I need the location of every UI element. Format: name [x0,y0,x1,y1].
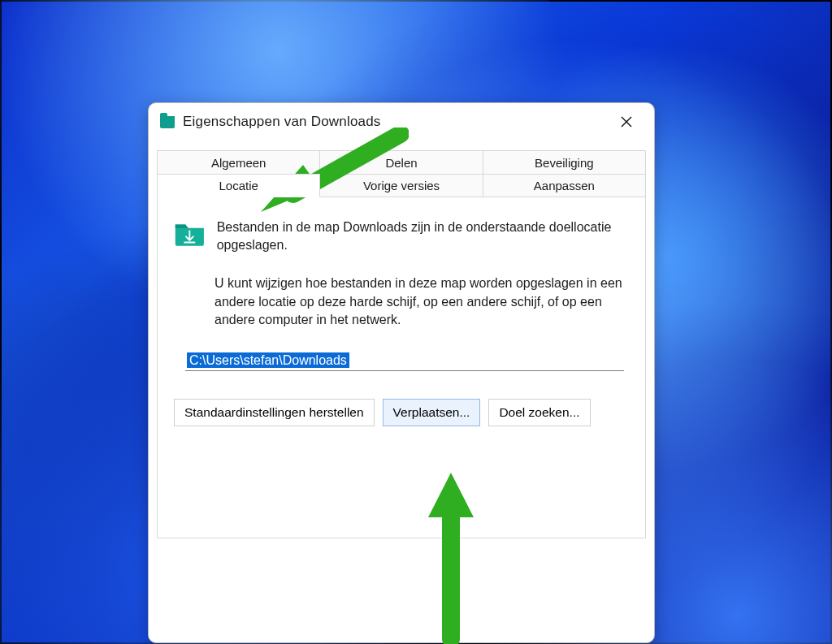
window-title: Eigenschappen van Downloads [183,114,381,130]
path-value: C:\Users\stefan\Downloads [187,352,349,368]
tab-aanpassen[interactable]: Aanpassen [483,174,646,197]
downloads-folder-icon [174,218,206,248]
folder-icon [160,116,175,128]
tab-delen[interactable]: Delen [320,150,483,174]
tab-algemeen[interactable]: Algemeen [157,150,320,174]
restore-defaults-button[interactable]: Standaardinstellingen herstellen [174,399,375,426]
close-button[interactable] [610,109,643,135]
desktop-background: Eigenschappen van Downloads Algemeen Del… [0,0,832,644]
close-icon [621,116,632,128]
info-text: Bestanden in de map Downloads zijn in de… [217,218,629,253]
properties-dialog: Eigenschappen van Downloads Algemeen Del… [148,102,655,643]
path-input[interactable]: C:\Users\stefan\Downloads [185,352,624,371]
explain-text: U kunt wijzigen hoe bestanden in deze ma… [214,274,629,329]
tab-vorige-versies[interactable]: Vorige versies [320,174,483,197]
tab-beveiliging[interactable]: Beveiliging [483,150,646,174]
find-target-button[interactable]: Doel zoeken... [488,399,590,426]
tab-locatie[interactable]: Locatie [157,174,320,197]
tab-panel-locatie: Bestanden in de map Downloads zijn in de… [157,197,646,538]
tabs: Algemeen Delen Beveiliging Locatie Vorig… [149,140,654,197]
titlebar[interactable]: Eigenschappen van Downloads [149,103,654,140]
move-button[interactable]: Verplaatsen... [383,399,481,426]
